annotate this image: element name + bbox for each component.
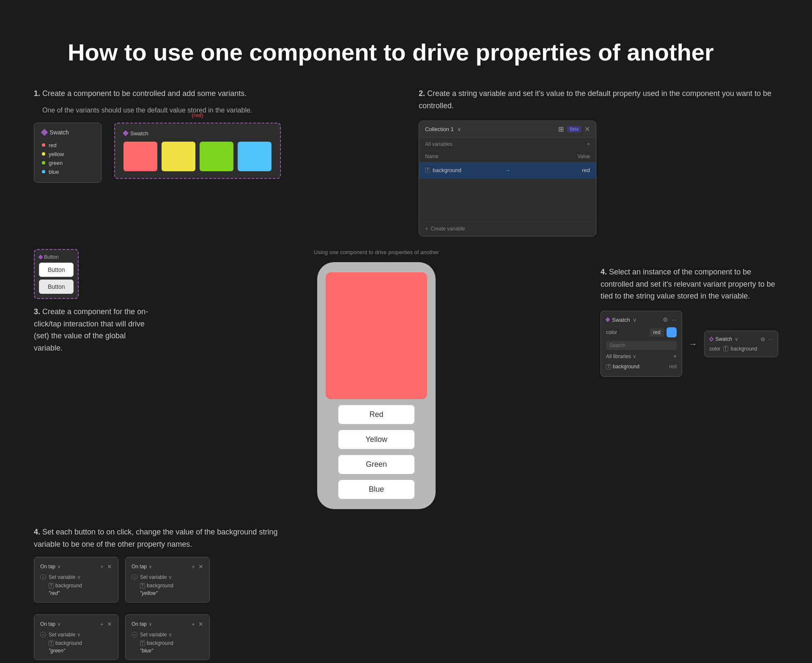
on-tap-red-chevron: ∨ (57, 564, 61, 570)
value-red: "red" (49, 590, 112, 596)
on-tap-red-header: On tap ∨ + ✕ (40, 563, 112, 570)
on-tap-yellow-header: On tap ∨ + ✕ (132, 563, 203, 570)
swatch-colors-title: Swatch (130, 130, 148, 137)
yellow-label: yellow (49, 151, 64, 157)
lib-plus[interactable]: + (674, 353, 677, 359)
var-name-cell: T background (425, 167, 501, 173)
button-component-1[interactable]: Button (39, 263, 74, 277)
swatch-color-box: Swatch (114, 123, 281, 179)
on-tap-yellow-panel: On tap ∨ + ✕ ○ Set variable ∨ (125, 557, 210, 603)
step1-panels: Swatch red yellow green (34, 123, 393, 183)
color-swatches-row (123, 142, 272, 171)
cp-library-row: All libraries ∨ + (606, 353, 677, 359)
step1-text: 1. Create a component to be controlled a… (34, 88, 393, 100)
step3-section: Button Button Button 3. Create a compone… (34, 249, 152, 509)
cp-color-row: color red (606, 327, 677, 337)
settings-icon[interactable]: ⚙ (663, 316, 668, 323)
variables-empty-space (419, 179, 596, 221)
cp-var-row[interactable]: T background red (606, 362, 677, 371)
instance-more-icon[interactable]: ··· (768, 336, 773, 342)
var-name-text: background (433, 167, 461, 173)
on-tap-green-panel: On tap ∨ + ✕ ○ Set variable ∨ (34, 614, 118, 660)
diamond-icon (41, 129, 48, 136)
cp-actions: ⚙ ··· (663, 316, 677, 323)
phone-btn-blue[interactable]: Blue (338, 480, 414, 499)
lib-chevron: ∨ (633, 353, 636, 359)
red-label: red (49, 142, 57, 148)
bottom-row: 4. Set each button to on click, change t… (0, 526, 812, 660)
phone-btn-green[interactable]: Green (338, 455, 414, 474)
on-tap-green-plus[interactable]: + (100, 621, 104, 627)
close-icon[interactable]: ✕ (584, 125, 590, 133)
swatch-item-yellow: yellow (42, 150, 93, 159)
plus-icon2[interactable]: + (425, 226, 428, 232)
on-tap-red-plus[interactable]: + (100, 563, 104, 570)
phone-btn-yellow[interactable]: Yellow (338, 430, 414, 449)
instance-settings-icon[interactable]: ⚙ (760, 336, 765, 342)
collection-label: Collection 1 (425, 126, 454, 132)
instance-color-value: background (731, 346, 757, 352)
panel-header-actions: ⊞ Beta ✕ (558, 125, 590, 133)
variables-footer: + Create variable (419, 221, 596, 236)
value-green: "green" (49, 648, 112, 654)
set-var-blue-text: Set variable (140, 632, 167, 638)
diamond-icon2 (123, 130, 129, 136)
red-dot (42, 143, 45, 147)
cp-color-value: red (650, 328, 664, 337)
variable-row-background[interactable]: T background → red (419, 162, 596, 179)
set-variable-blue-label: Set variable ∨ (140, 632, 172, 638)
t-icon-red: T (49, 583, 54, 589)
phone-label: Using one component to drive properties … (314, 249, 439, 255)
name-col-header: Name (425, 153, 508, 159)
var-name-red: background (55, 583, 82, 589)
step4-panels-row: Swatch ∨ ⚙ ··· color red (601, 311, 778, 377)
value-col-header: Value (508, 153, 590, 159)
on-tap-blue-close[interactable]: ✕ (198, 621, 203, 627)
button-panel-title: Button (39, 254, 74, 260)
set-variable-green-label: Set variable ∨ (49, 632, 81, 638)
cp-color-value-group: red (650, 327, 676, 337)
cp-swatch-title: Swatch ∨ (606, 317, 637, 323)
button-component-2[interactable]: Button (39, 279, 74, 294)
cp-search-input[interactable] (606, 341, 677, 350)
step2-section: 2. Create a string variable and set it's… (419, 88, 778, 236)
variables-column-headers: Name Value (419, 151, 596, 162)
on-tap-yellow-chevron: ∨ (148, 564, 152, 570)
set-var-green-row: ○ Set variable ∨ (40, 632, 112, 638)
on-tap-red-title: On tap ∨ (40, 564, 61, 570)
all-libs-text: All libraries (606, 353, 631, 359)
button-panel-label: Button (44, 254, 59, 260)
swatch-item-red: red (42, 141, 93, 150)
more-icon[interactable]: ··· (672, 316, 677, 323)
on-tap-red-actions: + ✕ (100, 563, 112, 570)
all-variables-row: All variables + (419, 138, 596, 151)
on-tap-blue-actions: + ✕ (192, 621, 203, 627)
t-icon-blue: T (140, 641, 145, 646)
on-tap-yellow-plus[interactable]: + (192, 563, 195, 570)
page: How to use one component to drive proper… (0, 0, 812, 663)
on-tap-red-close[interactable]: ✕ (107, 563, 112, 570)
on-tap-green-actions: + ✕ (100, 621, 112, 627)
set-var-yellow-text: Set variable (140, 574, 167, 580)
phone-btn-red[interactable]: Red (338, 405, 414, 424)
var-name-yellow: background (147, 583, 173, 589)
step1-section: 1. Create a component to be controlled a… (34, 88, 393, 236)
on-tap-blue-plus[interactable]: + (192, 621, 195, 627)
cp-var-value: red (669, 364, 676, 370)
all-vars-label: All variables (425, 141, 453, 147)
blue-label: blue (49, 169, 59, 175)
swatch-item-blue: blue (42, 167, 93, 176)
circle-icon-blue: ○ (132, 632, 137, 638)
variables-panel-header: Collection 1 ∨ ⊞ Beta ✕ (419, 121, 596, 138)
var-row-red: T background (49, 583, 112, 589)
cp-blue-button[interactable] (667, 327, 677, 337)
on-tap-yellow-close[interactable]: ✕ (198, 563, 203, 570)
step1-subtext: One of the variants should use the defau… (42, 107, 393, 114)
on-tap-blue-header: On tap ∨ + ✕ (132, 621, 203, 627)
var-arrow-icon: → (504, 167, 511, 174)
on-tap-blue-title: On tap ∨ (132, 621, 152, 627)
circle-icon-red: ○ (40, 574, 46, 580)
on-tap-green-close[interactable]: ✕ (107, 621, 112, 627)
plus-icon[interactable]: + (587, 141, 590, 147)
top-row: 1. Create a component to be controlled a… (0, 88, 812, 236)
